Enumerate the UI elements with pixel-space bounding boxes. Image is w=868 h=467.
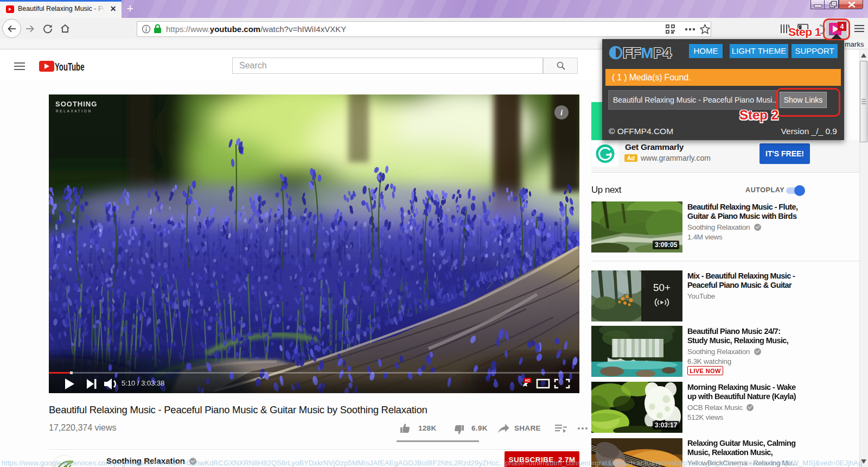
svg-text:FFMP4: FFMP4 — [623, 45, 672, 61]
svg-text:SOOTHING: SOOTHING — [55, 100, 97, 108]
svg-text:RELAXATION: RELAXATION — [56, 109, 92, 113]
svg-text:50+: 50+ — [653, 282, 671, 293]
svg-text:HD: HD — [525, 378, 531, 382]
